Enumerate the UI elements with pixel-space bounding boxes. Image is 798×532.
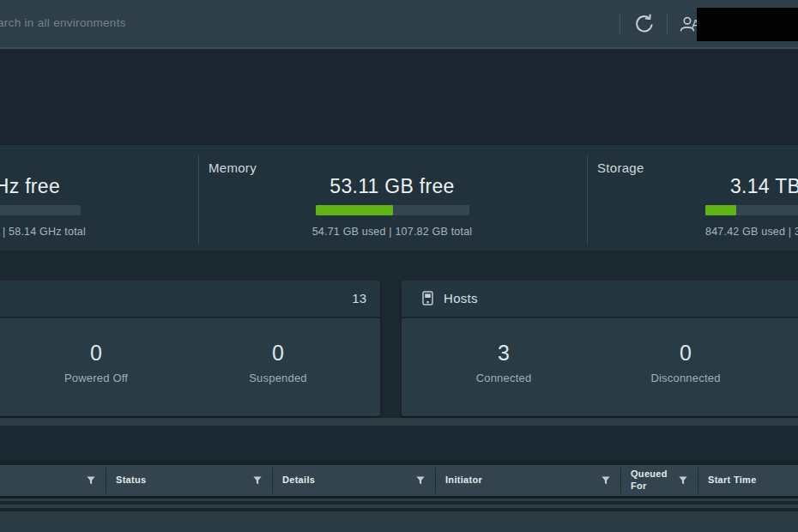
column-header-start-time[interactable]: Start Time bbox=[698, 465, 798, 496]
resource-summary-band: Hz free | 58.14 GHz total Memory 53.11 G… bbox=[0, 144, 798, 251]
hosts-disconnected-label: Disconnected bbox=[617, 372, 754, 384]
storage-usage-bar-fill bbox=[705, 205, 736, 215]
column-label: Start Time bbox=[708, 475, 757, 487]
topbar-divider bbox=[620, 13, 620, 35]
vms-card-header: 13 bbox=[0, 281, 380, 318]
filter-icon[interactable] bbox=[416, 476, 425, 485]
cpu-usage-detail: | 58.14 GHz total bbox=[3, 226, 86, 238]
vsphere-dashboard: arch in all environments A Hz free bbox=[0, 0, 798, 532]
storage-free-headline: 3.14 TB f bbox=[730, 175, 798, 198]
host-icon bbox=[422, 291, 433, 309]
vms-total-count: 13 bbox=[352, 291, 366, 305]
tasks-table-header: Status Details Initiator Queued For bbox=[0, 465, 798, 496]
hosts-card: Hosts 3 Connected 0 Disconnected bbox=[402, 281, 798, 416]
storage-usage-bar bbox=[705, 205, 798, 215]
column-label: Status bbox=[116, 475, 146, 487]
column-header-status[interactable]: Status bbox=[106, 465, 272, 496]
column-header-queued-for[interactable]: Queued For bbox=[620, 465, 698, 496]
refresh-button[interactable] bbox=[631, 11, 658, 37]
vms-suspended-stat: 0 Suspended bbox=[209, 342, 347, 384]
filter-icon[interactable] bbox=[679, 476, 687, 485]
vms-suspended-value: 0 bbox=[209, 342, 347, 364]
hosts-connected-label: Connected bbox=[435, 372, 572, 384]
panel-divider bbox=[198, 155, 199, 245]
topbar-divider bbox=[667, 13, 668, 35]
hosts-card-title: Hosts bbox=[444, 291, 478, 305]
top-bar: arch in all environments A bbox=[0, 0, 798, 49]
column-label: Initiator bbox=[445, 475, 482, 487]
storage-panel-title: Storage bbox=[597, 160, 644, 175]
column-header-task-name[interactable] bbox=[0, 465, 106, 496]
vms-powered-off-label: Powered Off bbox=[27, 372, 165, 384]
memory-usage-bar bbox=[316, 205, 469, 215]
hosts-card-header: Hosts bbox=[402, 281, 798, 318]
global-search-input[interactable]: arch in all environments bbox=[0, 16, 126, 29]
vms-powered-off-stat: 0 Powered Off bbox=[27, 342, 165, 384]
memory-free-headline: 53.11 GB free bbox=[263, 175, 521, 198]
filter-icon[interactable] bbox=[602, 476, 610, 485]
column-label: Details bbox=[282, 475, 315, 487]
filter-icon[interactable] bbox=[87, 476, 95, 485]
refresh-icon bbox=[633, 13, 656, 35]
tasks-table-footer bbox=[0, 511, 798, 532]
vms-powered-off-value: 0 bbox=[27, 342, 165, 364]
cpu-free-headline: Hz free bbox=[0, 175, 60, 198]
filter-icon[interactable] bbox=[253, 476, 262, 485]
vms-suspended-label: Suspended bbox=[209, 372, 347, 384]
memory-usage-bar-fill bbox=[316, 205, 393, 215]
banner-area bbox=[0, 49, 798, 144]
column-label: Queued For bbox=[631, 469, 672, 493]
hosts-connected-stat: 3 Connected bbox=[435, 342, 572, 384]
memory-panel-title: Memory bbox=[209, 160, 257, 175]
column-header-initiator[interactable]: Initiator bbox=[435, 465, 620, 496]
hosts-connected-value: 3 bbox=[435, 342, 572, 364]
tasks-splitter-bar[interactable] bbox=[0, 418, 798, 426]
hosts-disconnected-stat: 0 Disconnected bbox=[617, 342, 754, 384]
cpu-usage-bar bbox=[0, 205, 81, 215]
tasks-panel-top bbox=[0, 426, 798, 460]
storage-usage-detail: 847.42 GB used | 3 bbox=[705, 226, 798, 238]
memory-usage-detail: 54.71 GB used | 107.82 GB total bbox=[263, 226, 521, 238]
redacted-username bbox=[697, 8, 798, 41]
panel-divider bbox=[587, 155, 588, 245]
vms-card: 13 0 Powered Off 0 Suspended bbox=[0, 281, 380, 416]
column-header-details[interactable]: Details bbox=[272, 465, 435, 496]
hosts-disconnected-value: 0 bbox=[617, 342, 754, 364]
